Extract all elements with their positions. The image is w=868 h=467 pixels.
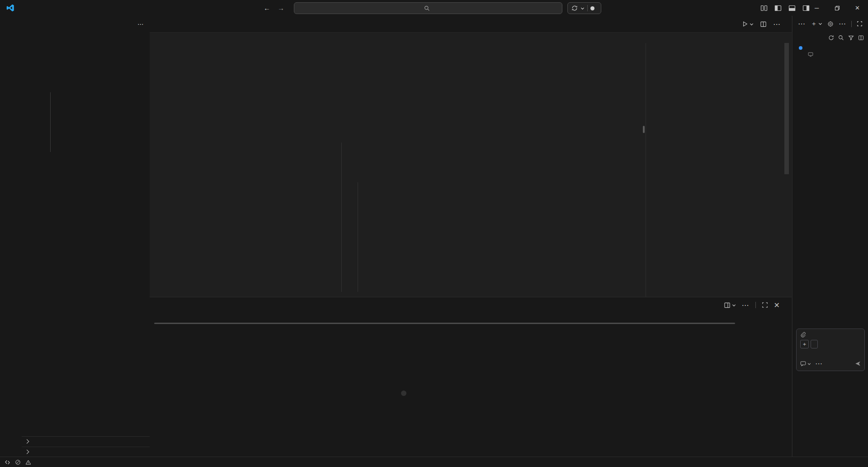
activity-bar xyxy=(0,16,22,457)
ruler-marker xyxy=(643,126,645,133)
attached-file-pill[interactable] xyxy=(811,340,818,348)
command-center-search[interactable] xyxy=(294,2,562,14)
chat-session-item[interactable] xyxy=(793,43,868,57)
cursor-dot xyxy=(401,391,406,396)
expand-chat-icon[interactable] xyxy=(857,21,863,27)
problems-status[interactable] xyxy=(15,459,33,465)
forward-button[interactable]: → xyxy=(278,4,284,12)
chat-actions-icon[interactable]: ⋯ xyxy=(839,19,846,28)
close-window-button[interactable]: ✕ xyxy=(847,0,868,16)
editor-scrollbar[interactable] xyxy=(784,43,789,174)
copilot-widget[interactable] xyxy=(567,2,601,14)
chat-more-icon[interactable]: ⋯ xyxy=(798,19,806,28)
maximize-panel-icon[interactable] xyxy=(762,302,768,308)
chevron-down-icon xyxy=(580,6,585,10)
indent-guide xyxy=(341,143,342,292)
toggle-sidebar-icon[interactable] xyxy=(774,5,782,12)
toggle-panel-icon[interactable] xyxy=(788,5,796,12)
divider xyxy=(587,5,588,11)
outline-section[interactable] xyxy=(22,436,150,447)
chevron-right-icon xyxy=(24,449,30,455)
minimize-button[interactable]: ─ xyxy=(807,0,827,16)
restore-button[interactable] xyxy=(827,0,847,16)
attach-icon[interactable] xyxy=(800,332,806,338)
editor-ruler xyxy=(646,43,646,297)
divider xyxy=(755,302,756,308)
bottom-panel: ⋯ ✕ xyxy=(150,297,792,457)
chat-more-options-icon[interactable]: ⋯ xyxy=(815,359,823,368)
copilot-icon xyxy=(571,5,578,11)
back-button[interactable]: ← xyxy=(264,4,270,12)
close-panel-icon[interactable]: ✕ xyxy=(774,301,780,310)
remote-indicator-icon[interactable] xyxy=(5,459,10,465)
explorer-sidebar: ⋯ xyxy=(22,16,150,457)
run-python-file-icon[interactable] xyxy=(742,21,754,27)
add-context-button[interactable]: ＋ xyxy=(800,340,809,348)
refresh-icon[interactable] xyxy=(828,35,834,41)
indent-guide xyxy=(50,92,51,152)
quota-dot-icon xyxy=(590,6,594,10)
search-icon xyxy=(424,5,430,11)
divider xyxy=(851,21,852,27)
chevron-right-icon xyxy=(24,438,30,445)
unread-dot-icon xyxy=(799,46,802,50)
vscode-logo-icon xyxy=(6,4,14,12)
panel-more-actions-icon[interactable]: ⋯ xyxy=(742,301,750,310)
vscode-window: ← → ─ ✕ xyxy=(0,0,868,467)
indent-guide xyxy=(358,182,358,292)
title-bar: ← → ─ ✕ xyxy=(0,0,868,16)
split-view-icon[interactable] xyxy=(858,35,864,41)
editor-group: ⋯ xyxy=(150,16,792,297)
chat-input-box[interactable]: ＋ ⋯ xyxy=(796,329,865,371)
secondary-sidebar: ⋯ ＋ ⋯ xyxy=(792,16,868,457)
explorer-more-actions-icon[interactable]: ⋯ xyxy=(137,20,144,28)
status-bar xyxy=(0,457,868,467)
editor-more-actions-icon[interactable]: ⋯ xyxy=(773,20,781,29)
split-editor-icon[interactable] xyxy=(760,21,767,28)
filter-icon[interactable] xyxy=(848,35,854,41)
timeline-section[interactable] xyxy=(22,447,150,457)
search-sessions-icon[interactable] xyxy=(838,35,844,41)
editor-tab-bar xyxy=(150,16,792,33)
customize-layout-icon[interactable] xyxy=(760,5,768,12)
terminal-scrollbar[interactable] xyxy=(154,323,735,324)
send-button[interactable] xyxy=(855,361,861,367)
new-chat-icon[interactable]: ＋ xyxy=(811,20,822,28)
chat-settings-gear-icon[interactable] xyxy=(827,21,834,27)
terminal-layout-icon[interactable] xyxy=(724,302,736,309)
monitor-icon xyxy=(808,52,813,57)
chat-mode-selector[interactable] xyxy=(800,361,811,367)
